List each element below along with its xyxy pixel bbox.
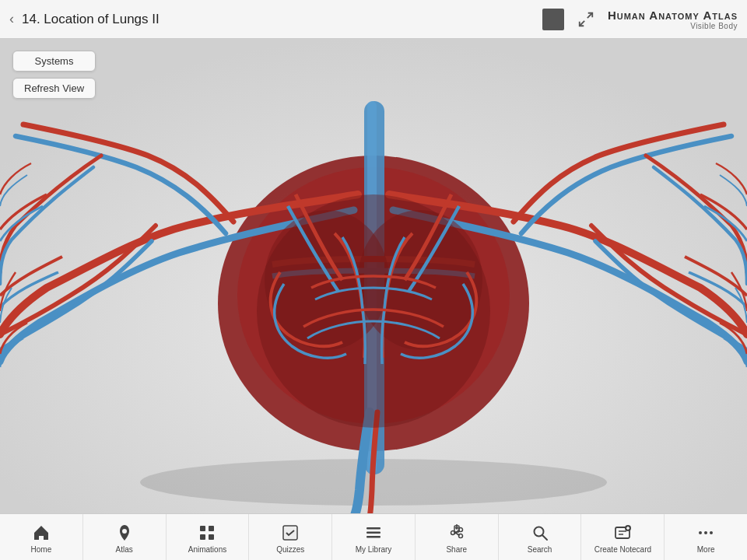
quizzes-icon — [280, 523, 300, 543]
svg-line-0 — [587, 12, 592, 17]
animations-icon — [197, 523, 217, 543]
back-button[interactable]: ‹ — [9, 11, 14, 27]
back-chevron-icon: ‹ — [9, 11, 14, 27]
nav-item-atlas[interactable]: Atlas — [83, 514, 167, 560]
svg-rect-18 — [366, 531, 381, 534]
svg-rect-12 — [209, 526, 214, 531]
search-label: Search — [528, 545, 552, 554]
my-library-label: My Library — [356, 545, 392, 554]
page-title: 14. Location of Lungs II — [22, 12, 160, 27]
search-icon — [530, 523, 550, 543]
view-toggle-button[interactable] — [542, 9, 564, 30]
atlas-label: Atlas — [116, 545, 133, 554]
top-navigation-bar: ‹ 14. Location of Lungs II Human Anatomy… — [0, 0, 747, 39]
quizzes-label: Quizzes — [276, 545, 304, 554]
nav-item-more[interactable]: More — [665, 514, 747, 560]
svg-rect-14 — [209, 534, 214, 540]
atlas-icon — [114, 523, 135, 543]
controls-panel: Systems Refresh View — [12, 51, 96, 99]
svg-point-24 — [534, 527, 543, 536]
top-bar-left: ‹ 14. Location of Lungs II — [9, 11, 160, 27]
nav-item-my-library[interactable]: My Library — [332, 514, 416, 560]
refresh-view-button[interactable]: Refresh View — [12, 78, 96, 99]
svg-rect-17 — [366, 527, 381, 530]
nav-item-share[interactable]: Share — [416, 514, 499, 560]
svg-rect-19 — [366, 536, 381, 538]
main-anatomy-view[interactable] — [0, 39, 747, 513]
nav-item-home[interactable]: Home — [0, 514, 83, 560]
nav-item-create-notecard[interactable]: Create Notecard — [581, 514, 665, 560]
brand-title: Human Anatomy Atlas — [608, 9, 738, 22]
nav-item-animations[interactable]: Animations — [167, 514, 250, 560]
svg-rect-13 — [200, 534, 205, 540]
bottom-navigation-bar: Home Atlas Animations Q — [0, 513, 747, 560]
create-notecard-icon — [612, 523, 633, 543]
svg-point-21 — [458, 534, 462, 537]
svg-rect-16 — [283, 526, 297, 540]
home-icon — [31, 523, 51, 543]
svg-point-33 — [704, 531, 707, 534]
create-notecard-label: Create Notecard — [594, 545, 651, 554]
animations-label: Animations — [188, 545, 226, 554]
more-label: More — [697, 545, 715, 554]
anatomy-illustration — [0, 39, 747, 513]
brand-area: Human Anatomy Atlas Visible Body — [608, 9, 738, 30]
svg-point-32 — [699, 531, 702, 534]
svg-line-25 — [542, 535, 547, 540]
expand-button[interactable] — [575, 9, 597, 30]
my-library-icon — [363, 523, 384, 543]
nav-item-search[interactable]: Search — [499, 514, 582, 560]
nav-item-quizzes[interactable]: Quizzes — [249, 514, 332, 560]
svg-point-34 — [710, 531, 713, 534]
brand-subtitle: Visible Body — [608, 22, 738, 30]
home-label: Home — [31, 545, 52, 554]
more-icon — [696, 523, 716, 543]
svg-point-10 — [257, 194, 490, 428]
svg-rect-11 — [200, 526, 205, 531]
share-label: Share — [446, 545, 467, 554]
top-bar-right: Human Anatomy Atlas Visible Body — [542, 9, 738, 30]
svg-line-1 — [580, 20, 584, 25]
systems-button[interactable]: Systems — [12, 51, 96, 72]
share-icon — [447, 523, 467, 543]
